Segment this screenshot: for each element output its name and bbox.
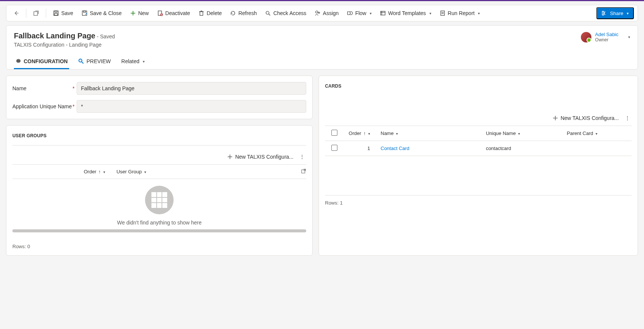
assign-label: Assign [323,10,339,16]
content-area: Name * Application Unique Name * USER GR… [6,76,638,256]
save-close-label: Save & Close [90,10,122,16]
save-close-button[interactable]: Save & Close [79,8,125,18]
required-indicator: * [73,103,74,109]
required-indicator: * [73,85,74,91]
tab-label: Related [121,58,139,64]
back-button[interactable] [10,8,22,18]
row-checkbox[interactable] [331,145,337,151]
svg-line-17 [269,14,270,15]
svg-rect-1 [34,12,38,15]
page-title: Fallback Landing Page [14,32,95,40]
chevron-down-icon: ▾ [368,132,370,136]
chevron-down-icon: ▾ [143,59,145,64]
check-access-button[interactable]: Check Access [262,8,309,18]
deactivate-button[interactable]: Deactivate [154,8,193,18]
col-order-header[interactable]: Order ↑ ▾ [344,130,374,136]
tab-configuration[interactable]: CONFIGURATION [14,55,69,69]
cell-name-link[interactable]: Contact Card [381,146,410,151]
svg-rect-24 [441,11,444,15]
more-button[interactable]: ⋮ [623,114,632,123]
new-action-label: New TALXIS Configura... [235,154,293,160]
more-button[interactable]: ⋮ [298,152,306,161]
new-action-label: New TALXIS Configura... [561,115,619,121]
refresh-button[interactable]: Refresh [227,8,260,18]
empty-message: We didn't find anything to show here [12,220,306,226]
cards-panel: CARDS New TALXIS Configura... ⋮ Order ↑ … [319,76,638,256]
delete-button[interactable]: Delete [195,8,225,18]
chevron-down-icon: ▾ [429,11,431,15]
assign-icon [314,10,320,16]
cards-title: CARDS [325,83,632,89]
tab-label: PREVIEW [86,58,111,64]
table-row[interactable]: 1 Contact Card contactcard [325,141,632,156]
flow-icon [347,10,353,16]
save-close-icon [82,10,88,16]
word-templates-label: Word Templates [388,10,426,16]
save-icon [53,10,59,16]
svg-rect-5 [82,11,87,15]
save-button[interactable]: Save [50,8,76,18]
flow-button[interactable]: Flow ▾ [344,8,375,18]
popout-button[interactable] [301,168,306,175]
col-user-group-header[interactable]: User Group ▾ [116,169,146,174]
select-all-checkbox[interactable] [331,130,337,136]
assign-button[interactable]: Assign [311,8,342,18]
app-unique-input[interactable] [77,100,306,113]
svg-line-30 [82,62,83,64]
chevron-down-icon: ▾ [518,132,520,136]
chevron-down-icon[interactable]: ▾ [628,35,630,39]
new-button[interactable]: New [127,8,152,18]
sort-asc-icon: ↑ [363,130,366,136]
owner-block[interactable]: Adel Sabic Owner ▾ [581,32,630,42]
svg-point-29 [79,59,82,62]
search-icon [78,58,84,64]
page-subtitle: TALXIS Configuration - Landing Page [14,42,115,48]
avatar [581,32,591,42]
svg-line-34 [304,169,305,171]
new-card-button[interactable]: New TALXIS Configura... [552,115,619,121]
app-top-accent [0,0,644,1]
svg-rect-21 [381,11,385,15]
gear-icon [15,58,21,64]
user-groups-title: USER GROUPS [12,133,306,138]
tab-related[interactable]: Related ▾ [120,55,146,69]
svg-point-18 [316,11,318,13]
svg-rect-13 [200,12,203,15]
name-label: Name [12,85,73,91]
horizontal-scrollbar[interactable] [12,229,306,232]
tab-preview[interactable]: PREVIEW [77,55,112,69]
form-panel: Name * Application Unique Name * [6,76,313,119]
word-icon [380,10,386,16]
run-report-label: Run Report [448,10,475,16]
delete-icon [198,10,204,16]
refresh-icon [230,10,236,16]
svg-point-16 [266,11,269,14]
sort-asc-icon: ↑ [98,169,101,174]
share-label: Share [610,11,623,16]
col-order-header[interactable]: Order ↑ ▾ [84,169,105,174]
col-name-header[interactable]: Name ▾ [374,130,486,136]
chevron-down-icon: ▾ [627,11,629,15]
col-parent-header[interactable]: Parent Card ▾ [567,130,632,136]
word-templates-button[interactable]: Word Templates ▾ [377,8,434,18]
deactivate-icon [157,10,163,16]
open-new-window-button[interactable] [30,8,42,18]
chevron-down-icon: ▾ [396,132,398,136]
share-icon [602,10,608,16]
tabs: CONFIGURATION PREVIEW Related ▾ [14,55,630,69]
col-unique-header[interactable]: Unique Name ▾ [486,130,567,136]
share-button[interactable]: Share ▾ [596,7,634,19]
arrow-left-icon [13,10,19,16]
user-groups-panel: USER GROUPS New TALXIS Configura... ⋮ Or… [6,125,313,256]
delete-label: Delete [207,10,222,16]
tab-label: CONFIGURATION [24,58,68,64]
svg-line-7 [85,13,87,15]
name-input[interactable] [77,82,306,95]
new-user-group-button[interactable]: New TALXIS Configura... [227,154,293,160]
run-report-button[interactable]: Run Report ▾ [437,8,483,18]
svg-rect-3 [55,11,57,12]
rows-count: Rows: 0 [12,244,306,249]
refresh-label: Refresh [238,10,257,16]
owner-role: Owner [595,37,618,42]
owner-name: Adel Sabic [595,32,618,37]
